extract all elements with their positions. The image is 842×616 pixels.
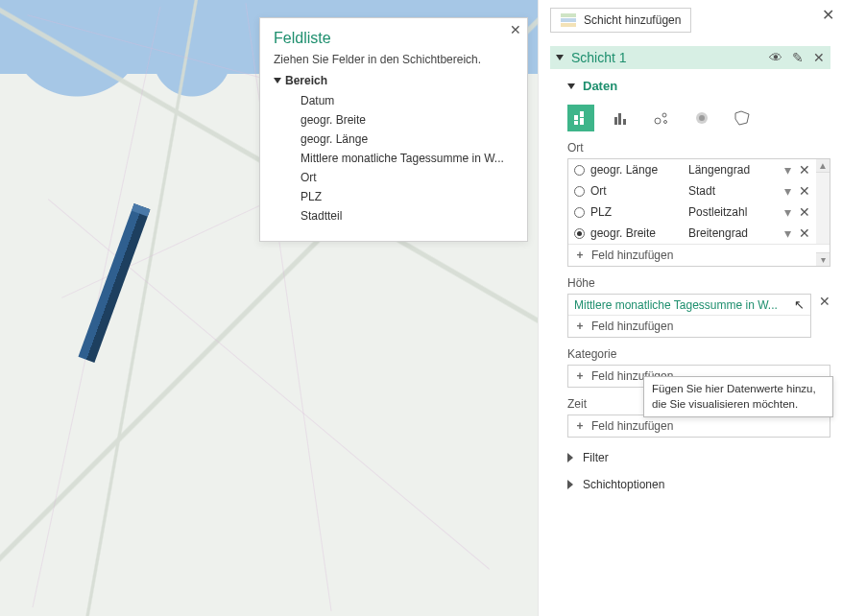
plus-icon: +	[574, 249, 586, 262]
layer-header[interactable]: Schicht 1 👁 ✎ ✕	[550, 46, 830, 69]
fieldlist-item[interactable]: Stadtteil	[274, 206, 514, 225]
add-field-label: Feld hinzufügen	[591, 249, 673, 262]
location-type: Stadt	[688, 184, 777, 198]
height-fields-box: Mittlere monatliche Tagessumme in W... ↖…	[567, 294, 811, 338]
location-type: Längengrad	[688, 163, 777, 177]
add-field-zeit[interactable]: + Feld hinzufügen	[568, 415, 830, 437]
height-field-value: Mittlere monatliche Tagessumme in W...	[574, 298, 788, 312]
time-fields-box: + Feld hinzufügen	[567, 415, 830, 438]
svg-point-7	[655, 118, 661, 124]
svg-point-11	[699, 115, 705, 121]
close-icon[interactable]: ✕	[510, 22, 521, 37]
location-row[interactable]: geogr. Länge Längengrad ▾ ✕	[568, 159, 816, 180]
plus-icon: +	[574, 320, 586, 333]
chevron-down-icon	[274, 78, 281, 83]
add-field-ort[interactable]: + Feld hinzufügen	[568, 244, 830, 266]
section-title-hoehe: Höhe	[567, 276, 830, 290]
fieldlist-root[interactable]: Bereich	[274, 74, 514, 87]
svg-rect-6	[623, 119, 626, 125]
location-field-name: PLZ	[590, 205, 683, 219]
radio-icon[interactable]	[574, 228, 585, 239]
location-type: Postleitzahl	[688, 205, 777, 219]
fieldlist-item[interactable]: PLZ	[274, 187, 514, 206]
add-field-label: Feld hinzufügen	[591, 320, 673, 333]
layer-options-label: Schichtoptionen	[583, 478, 664, 491]
fieldlist-popup: ✕ Feldliste Ziehen Sie Felder in den Sch…	[259, 17, 528, 242]
location-field-name: Ort	[590, 184, 683, 198]
viz-region-button[interactable]	[729, 105, 756, 131]
svg-rect-5	[618, 113, 621, 125]
fieldlist-tree: Bereich Datum geogr. Breite geogr. Länge…	[274, 74, 514, 225]
dropdown-icon[interactable]: ▾	[782, 183, 793, 199]
viz-clustered-column-button[interactable]	[608, 105, 635, 131]
location-field-name: geogr. Breite	[590, 226, 683, 240]
tooltip: Fügen Sie hier Datenwerte hinzu, die Sie…	[643, 376, 833, 417]
fieldlist-item[interactable]: Ort	[274, 168, 514, 187]
location-type: Breitengrad	[688, 226, 777, 240]
chevron-right-icon	[567, 453, 573, 462]
location-field-name: geogr. Länge	[590, 163, 683, 177]
remove-icon[interactable]: ✕	[799, 183, 810, 199]
layer-name: Schicht 1	[571, 50, 761, 65]
add-layer-label: Schicht hinzufügen	[584, 13, 681, 27]
svg-point-8	[662, 113, 666, 117]
add-layer-button[interactable]: Schicht hinzufügen	[550, 8, 691, 33]
filter-expander[interactable]: Filter	[567, 451, 830, 464]
height-field-pill[interactable]: Mittlere monatliche Tagessumme in W... ↖	[568, 295, 810, 315]
svg-point-9	[664, 121, 667, 124]
delete-icon[interactable]: ✕	[813, 50, 825, 65]
fieldlist-subtitle: Ziehen Sie Felder in den Schichtbereich.	[274, 53, 514, 66]
remove-icon[interactable]: ✕	[819, 294, 830, 309]
dropdown-icon[interactable]: ▾	[782, 204, 793, 220]
chevron-right-icon	[567, 480, 573, 489]
fieldlist-item[interactable]: geogr. Breite	[274, 110, 514, 130]
add-field-label: Feld hinzufügen	[591, 419, 673, 433]
chevron-down-icon	[567, 83, 575, 89]
scroll-down-icon[interactable]: ▾	[816, 252, 830, 266]
radio-icon[interactable]	[574, 165, 585, 176]
layers-icon	[561, 13, 576, 27]
location-row[interactable]: Ort Stadt ▾ ✕	[568, 180, 816, 201]
svg-rect-4	[614, 117, 617, 125]
visibility-icon[interactable]: 👁	[769, 50, 782, 65]
add-field-hoehe[interactable]: + Feld hinzufügen	[568, 315, 810, 337]
location-row[interactable]: geogr. Breite Breitengrad ▾ ✕	[568, 223, 816, 244]
plus-icon: +	[574, 369, 586, 383]
fieldlist-item[interactable]: Datum	[274, 91, 514, 110]
location-row[interactable]: PLZ Postleitzahl ▾ ✕	[568, 201, 816, 223]
chevron-down-icon	[556, 55, 564, 60]
layer-options-expander[interactable]: Schichtoptionen	[567, 478, 830, 491]
radio-icon[interactable]	[574, 207, 585, 218]
viz-heatmap-button[interactable]	[688, 105, 715, 131]
close-icon[interactable]: ✕	[822, 6, 834, 24]
edit-icon[interactable]: ✎	[792, 50, 804, 65]
viz-type-group	[567, 105, 830, 131]
data-section-label: Daten	[583, 79, 617, 93]
radio-icon[interactable]	[574, 186, 585, 197]
remove-icon[interactable]: ✕	[799, 162, 810, 178]
location-fields-box: ▲ geogr. Länge Längengrad ▾ ✕ Ort Stadt …	[567, 158, 830, 267]
viz-bubble-button[interactable]	[648, 105, 675, 131]
fieldlist-item[interactable]: Mittlere monatliche Tagessumme in W...	[274, 149, 514, 168]
data-section-header[interactable]: Daten	[550, 79, 830, 93]
section-title-kategorie: Kategorie	[567, 347, 830, 361]
fieldlist-root-label: Bereich	[285, 74, 327, 87]
remove-icon[interactable]: ✕	[799, 204, 810, 220]
cursor-icon: ↖	[794, 297, 805, 312]
svg-rect-3	[580, 117, 584, 118]
scroll-up-icon[interactable]: ▲	[816, 159, 830, 173]
fieldlist-item[interactable]: geogr. Länge	[274, 130, 514, 149]
viz-stacked-column-button[interactable]	[567, 105, 594, 131]
dropdown-icon[interactable]: ▾	[782, 162, 793, 178]
plus-icon: +	[574, 419, 586, 433]
remove-icon[interactable]: ✕	[799, 225, 810, 241]
filter-label: Filter	[583, 451, 609, 464]
fieldlist-title: Feldliste	[274, 30, 514, 47]
dropdown-icon[interactable]: ▾	[782, 225, 793, 241]
svg-rect-2	[574, 120, 578, 121]
section-title-ort: Ort	[567, 141, 830, 154]
layer-panel: ✕ Schicht hinzufügen Schicht 1 👁 ✎ ✕ Dat…	[538, 0, 842, 616]
